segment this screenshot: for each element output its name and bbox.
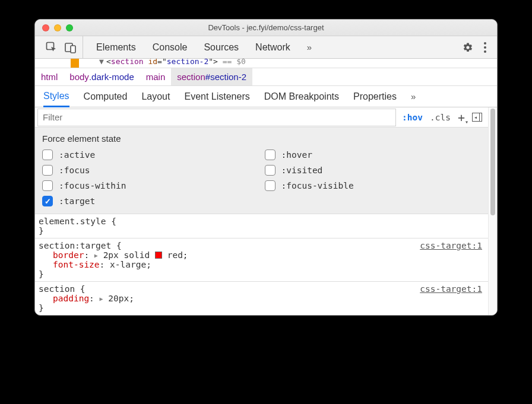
svg-rect-2 xyxy=(71,46,75,53)
checkbox-icon[interactable] xyxy=(42,180,53,191)
tab-network[interactable]: Network xyxy=(255,42,290,53)
hov-toggle[interactable]: :hov xyxy=(402,113,423,122)
state-label: :focus xyxy=(59,166,90,175)
tab-console[interactable]: Console xyxy=(153,42,188,53)
state-label: :target xyxy=(59,196,95,206)
css-declaration[interactable]: font-size: x-large; xyxy=(39,260,482,269)
inspect-icon[interactable] xyxy=(46,42,58,53)
checkbox-icon[interactable] xyxy=(265,165,276,176)
scrollbar[interactable] xyxy=(488,107,497,315)
checkbox-icon[interactable] xyxy=(42,149,53,160)
crumb-body[interactable]: body.dark-mode xyxy=(64,68,140,85)
styles-subtabs: Styles Computed Layout Event Listeners D… xyxy=(35,86,497,107)
kebab-menu-icon[interactable] xyxy=(484,42,486,53)
state-focus-within[interactable]: :focus-within xyxy=(42,180,259,191)
expand-triangle-icon[interactable]: ▶ xyxy=(94,252,98,259)
main-toolbar: Elements Console Sources Network » xyxy=(35,36,497,59)
force-state-section: Force element state :active:hover:focus:… xyxy=(35,128,488,214)
scrollbar-thumb[interactable] xyxy=(490,109,495,215)
crumb-main[interactable]: main xyxy=(140,68,172,85)
subtab-dom-breakpoints[interactable]: DOM Breakpoints xyxy=(264,87,339,106)
state-focus[interactable]: :focus xyxy=(42,165,259,176)
css-declaration[interactable]: border: ▶ 2px solid red; xyxy=(39,250,482,260)
crumb-section[interactable]: section#section-2 xyxy=(171,68,252,85)
cls-toggle[interactable]: .cls xyxy=(430,113,451,122)
checkbox-icon[interactable] xyxy=(42,196,53,206)
selector[interactable]: section xyxy=(39,284,75,294)
css-rule[interactable]: css-target:1section {padding: ▶ 20px;} xyxy=(35,281,488,315)
crumb-html[interactable]: html xyxy=(35,68,64,85)
state-target[interactable]: :target xyxy=(42,196,259,206)
rules-list: element.style {}css-target:1section:targ… xyxy=(35,214,488,315)
state-label: :visited xyxy=(281,166,323,175)
tab-elements[interactable]: Elements xyxy=(96,42,136,53)
device-toggle-icon[interactable] xyxy=(65,42,77,53)
settings-icon[interactable] xyxy=(463,42,473,53)
snippet-highlight xyxy=(71,59,79,68)
source-link[interactable]: css-target:1 xyxy=(420,284,482,294)
selector[interactable]: section:target xyxy=(39,241,111,250)
filter-bar: :hov .cls +▾ ◂ xyxy=(35,107,488,128)
state-active[interactable]: :active xyxy=(42,149,259,160)
checkbox-icon[interactable] xyxy=(265,180,276,191)
filter-input[interactable] xyxy=(37,109,396,126)
state-label: :active xyxy=(59,150,95,160)
subtab-styles[interactable]: Styles xyxy=(43,87,69,107)
css-rule[interactable]: css-target:1section:target {border: ▶ 2p… xyxy=(35,238,488,281)
subtab-event-listeners[interactable]: Event Listeners xyxy=(184,87,249,106)
subtab-computed[interactable]: Computed xyxy=(84,87,128,106)
checkbox-icon[interactable] xyxy=(265,149,276,160)
tab-sources[interactable]: Sources xyxy=(204,42,239,53)
expand-caret-icon[interactable]: ▼ xyxy=(99,59,104,66)
subtab-layout[interactable]: Layout xyxy=(141,87,170,106)
source-link[interactable]: css-target:1 xyxy=(420,241,482,250)
state-label: :focus-visible xyxy=(281,181,354,190)
expand-triangle-icon[interactable]: ▶ xyxy=(100,295,103,302)
window-title: DevTools - jec.fyi/demo/css-target xyxy=(35,23,497,32)
css-rule[interactable]: element.style {} xyxy=(35,214,488,238)
state-label: :hover xyxy=(281,150,312,160)
state-focus-visible[interactable]: :focus-visible xyxy=(265,180,482,191)
pane-toggle-icon[interactable]: ◂ xyxy=(472,113,482,122)
more-subtabs-icon[interactable]: » xyxy=(411,91,416,101)
dom-snippet: ▼ <section id="section-2"> == $0 xyxy=(35,59,497,68)
state-hover[interactable]: :hover xyxy=(265,149,482,160)
state-label: :focus-within xyxy=(59,181,126,190)
checkbox-icon[interactable] xyxy=(42,165,53,176)
selector[interactable]: element.style xyxy=(39,217,106,226)
subtab-properties[interactable]: Properties xyxy=(353,87,397,106)
more-tabs-icon[interactable]: » xyxy=(307,42,312,52)
breadcrumb-bar: html body.dark-mode main section#section… xyxy=(35,68,497,86)
state-visited[interactable]: :visited xyxy=(265,165,482,176)
devtools-window: DevTools - jec.fyi/demo/css-target Eleme… xyxy=(34,19,498,316)
force-state-title: Force element state xyxy=(42,133,481,144)
css-declaration[interactable]: padding: ▶ 20px; xyxy=(39,294,482,303)
titlebar: DevTools - jec.fyi/demo/css-target xyxy=(35,20,497,36)
new-rule-icon[interactable]: +▾ xyxy=(458,112,465,123)
